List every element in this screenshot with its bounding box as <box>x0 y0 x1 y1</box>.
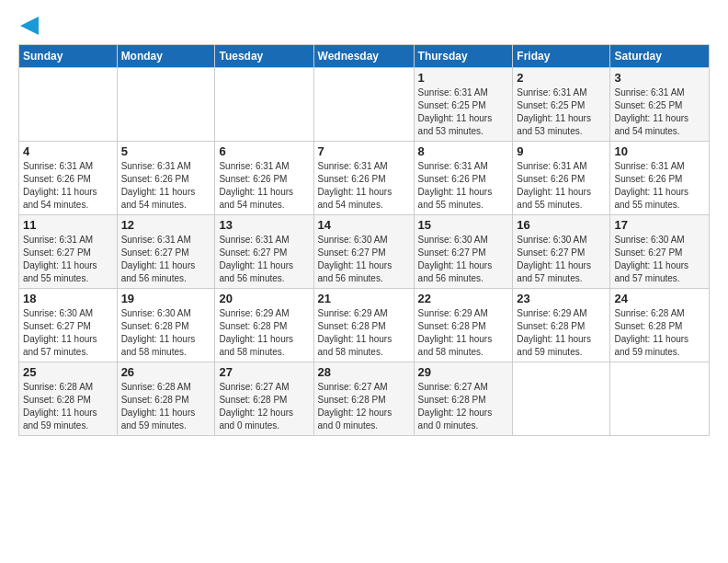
calendar-cell: 14Sunrise: 6:30 AM Sunset: 6:27 PM Dayli… <box>313 215 414 289</box>
day-number: 25 <box>23 365 113 379</box>
day-number: 26 <box>121 365 211 379</box>
day-info: Sunrise: 6:31 AM Sunset: 6:26 PM Dayligh… <box>121 160 211 212</box>
day-number: 22 <box>418 292 509 305</box>
calendar-cell <box>513 362 610 436</box>
calendar-cell: 6Sunrise: 6:31 AM Sunset: 6:26 PM Daylig… <box>215 142 313 215</box>
day-info: Sunrise: 6:31 AM Sunset: 6:27 PM Dayligh… <box>219 234 309 285</box>
day-number: 18 <box>23 292 113 305</box>
calendar-cell <box>215 68 313 142</box>
calendar-cell: 11Sunrise: 6:31 AM Sunset: 6:27 PM Dayli… <box>19 215 118 289</box>
day-info: Sunrise: 6:31 AM Sunset: 6:25 PM Dayligh… <box>418 86 509 138</box>
day-info: Sunrise: 6:31 AM Sunset: 6:25 PM Dayligh… <box>614 86 705 138</box>
calendar-cell: 21Sunrise: 6:29 AM Sunset: 6:28 PM Dayli… <box>313 289 414 362</box>
day-info: Sunrise: 6:31 AM Sunset: 6:26 PM Dayligh… <box>318 160 410 212</box>
day-info: Sunrise: 6:29 AM Sunset: 6:28 PM Dayligh… <box>517 307 606 359</box>
calendar-cell <box>117 68 215 142</box>
header-day: Sunday <box>19 45 118 68</box>
calendar-cell: 8Sunrise: 6:31 AM Sunset: 6:26 PM Daylig… <box>414 142 513 215</box>
day-info: Sunrise: 6:30 AM Sunset: 6:27 PM Dayligh… <box>517 234 606 285</box>
calendar-week-row: 11Sunrise: 6:31 AM Sunset: 6:27 PM Dayli… <box>19 215 710 289</box>
day-number: 5 <box>121 144 211 158</box>
calendar-cell: 29Sunrise: 6:27 AM Sunset: 6:28 PM Dayli… <box>414 362 513 436</box>
logo <box>18 18 39 35</box>
calendar-cell: 22Sunrise: 6:29 AM Sunset: 6:28 PM Dayli… <box>414 289 513 362</box>
day-number: 23 <box>517 292 606 305</box>
calendar-cell: 27Sunrise: 6:27 AM Sunset: 6:28 PM Dayli… <box>215 362 313 436</box>
calendar-cell <box>610 362 710 436</box>
day-info: Sunrise: 6:28 AM Sunset: 6:28 PM Dayligh… <box>614 307 705 359</box>
calendar-week-row: 18Sunrise: 6:30 AM Sunset: 6:27 PM Dayli… <box>19 289 710 362</box>
day-number: 20 <box>219 292 309 305</box>
day-info: Sunrise: 6:27 AM Sunset: 6:28 PM Dayligh… <box>318 381 410 432</box>
calendar-cell: 24Sunrise: 6:28 AM Sunset: 6:28 PM Dayli… <box>610 289 710 362</box>
day-number: 15 <box>418 218 509 232</box>
calendar-cell: 10Sunrise: 6:31 AM Sunset: 6:26 PM Dayli… <box>610 142 710 215</box>
day-info: Sunrise: 6:30 AM Sunset: 6:27 PM Dayligh… <box>23 307 113 359</box>
calendar-cell: 12Sunrise: 6:31 AM Sunset: 6:27 PM Dayli… <box>117 215 215 289</box>
day-info: Sunrise: 6:31 AM Sunset: 6:25 PM Dayligh… <box>517 86 606 138</box>
calendar-cell: 23Sunrise: 6:29 AM Sunset: 6:28 PM Dayli… <box>513 289 610 362</box>
day-info: Sunrise: 6:28 AM Sunset: 6:28 PM Dayligh… <box>23 381 113 432</box>
day-number: 4 <box>23 144 113 158</box>
logo-arrow-icon <box>20 17 39 35</box>
calendar-week-row: 25Sunrise: 6:28 AM Sunset: 6:28 PM Dayli… <box>19 362 710 436</box>
day-number: 12 <box>121 218 211 232</box>
page-header <box>18 18 710 35</box>
day-info: Sunrise: 6:28 AM Sunset: 6:28 PM Dayligh… <box>121 381 211 432</box>
day-number: 1 <box>418 71 509 85</box>
day-number: 9 <box>517 144 606 158</box>
calendar-cell: 4Sunrise: 6:31 AM Sunset: 6:26 PM Daylig… <box>19 142 118 215</box>
header-day: Monday <box>117 45 215 68</box>
day-info: Sunrise: 6:31 AM Sunset: 6:26 PM Dayligh… <box>614 160 705 212</box>
day-number: 11 <box>23 218 113 232</box>
calendar-table: SundayMondayTuesdayWednesdayThursdayFrid… <box>18 44 710 436</box>
day-number: 7 <box>318 144 410 158</box>
day-number: 27 <box>219 365 309 379</box>
calendar-cell: 13Sunrise: 6:31 AM Sunset: 6:27 PM Dayli… <box>215 215 313 289</box>
day-info: Sunrise: 6:29 AM Sunset: 6:28 PM Dayligh… <box>318 307 410 359</box>
calendar-cell: 7Sunrise: 6:31 AM Sunset: 6:26 PM Daylig… <box>313 142 414 215</box>
header-day: Saturday <box>610 45 710 68</box>
day-number: 17 <box>614 218 705 232</box>
day-info: Sunrise: 6:31 AM Sunset: 6:27 PM Dayligh… <box>23 234 113 285</box>
day-number: 28 <box>318 365 410 379</box>
day-number: 16 <box>517 218 606 232</box>
calendar-cell: 5Sunrise: 6:31 AM Sunset: 6:26 PM Daylig… <box>117 142 215 215</box>
day-number: 24 <box>614 292 705 305</box>
day-info: Sunrise: 6:31 AM Sunset: 6:26 PM Dayligh… <box>517 160 606 212</box>
day-number: 29 <box>418 365 509 379</box>
day-info: Sunrise: 6:29 AM Sunset: 6:28 PM Dayligh… <box>418 307 509 359</box>
calendar-week-row: 4Sunrise: 6:31 AM Sunset: 6:26 PM Daylig… <box>19 142 710 215</box>
calendar-cell: 1Sunrise: 6:31 AM Sunset: 6:25 PM Daylig… <box>414 68 513 142</box>
calendar-cell: 25Sunrise: 6:28 AM Sunset: 6:28 PM Dayli… <box>19 362 118 436</box>
svg-marker-0 <box>20 17 39 35</box>
calendar-cell: 20Sunrise: 6:29 AM Sunset: 6:28 PM Dayli… <box>215 289 313 362</box>
day-number: 14 <box>318 218 410 232</box>
header-day: Tuesday <box>215 45 313 68</box>
day-info: Sunrise: 6:30 AM Sunset: 6:27 PM Dayligh… <box>418 234 509 285</box>
calendar-cell: 17Sunrise: 6:30 AM Sunset: 6:27 PM Dayli… <box>610 215 710 289</box>
calendar-week-row: 1Sunrise: 6:31 AM Sunset: 6:25 PM Daylig… <box>19 68 710 142</box>
calendar-cell: 26Sunrise: 6:28 AM Sunset: 6:28 PM Dayli… <box>117 362 215 436</box>
calendar-cell <box>313 68 414 142</box>
calendar-cell: 28Sunrise: 6:27 AM Sunset: 6:28 PM Dayli… <box>313 362 414 436</box>
calendar-cell: 15Sunrise: 6:30 AM Sunset: 6:27 PM Dayli… <box>414 215 513 289</box>
day-info: Sunrise: 6:31 AM Sunset: 6:26 PM Dayligh… <box>418 160 509 212</box>
day-number: 2 <box>517 71 606 85</box>
day-number: 3 <box>614 71 705 85</box>
day-info: Sunrise: 6:31 AM Sunset: 6:26 PM Dayligh… <box>219 160 309 212</box>
day-number: 6 <box>219 144 309 158</box>
calendar-cell: 9Sunrise: 6:31 AM Sunset: 6:26 PM Daylig… <box>513 142 610 215</box>
calendar-cell <box>19 68 118 142</box>
calendar-cell: 19Sunrise: 6:30 AM Sunset: 6:28 PM Dayli… <box>117 289 215 362</box>
header-day: Thursday <box>414 45 513 68</box>
header-row: SundayMondayTuesdayWednesdayThursdayFrid… <box>19 45 710 68</box>
day-number: 19 <box>121 292 211 305</box>
day-number: 13 <box>219 218 309 232</box>
calendar-cell: 3Sunrise: 6:31 AM Sunset: 6:25 PM Daylig… <box>610 68 710 142</box>
day-info: Sunrise: 6:31 AM Sunset: 6:26 PM Dayligh… <box>23 160 113 212</box>
day-info: Sunrise: 6:29 AM Sunset: 6:28 PM Dayligh… <box>219 307 309 359</box>
day-info: Sunrise: 6:30 AM Sunset: 6:27 PM Dayligh… <box>614 234 705 285</box>
calendar-cell: 2Sunrise: 6:31 AM Sunset: 6:25 PM Daylig… <box>513 68 610 142</box>
calendar-cell: 18Sunrise: 6:30 AM Sunset: 6:27 PM Dayli… <box>19 289 118 362</box>
